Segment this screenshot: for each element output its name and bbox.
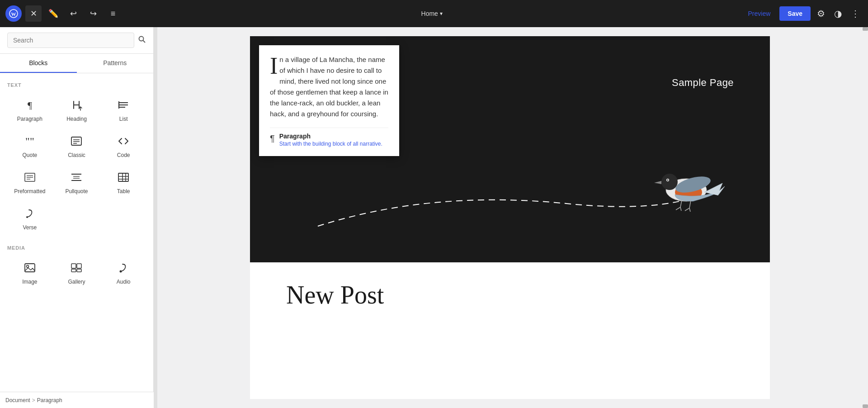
search-button[interactable]	[138, 35, 146, 46]
menu-icon: ≡	[111, 9, 116, 19]
wordpress-logo: W	[5, 5, 22, 22]
block-label-list: List	[119, 116, 128, 122]
block-item-paragraph[interactable]: ¶ Paragraph	[7, 93, 52, 128]
below-hero[interactable]: New Post	[250, 262, 770, 327]
sidebar: Blocks Patterns TEXT ¶ Paragraph	[0, 27, 154, 408]
canvas: Sample Page I n a village of La Mancha, …	[250, 36, 770, 399]
block-item-pullquote[interactable]: Pullquote	[54, 166, 99, 200]
sample-page-text: Sample Page	[672, 77, 734, 89]
block-label-paragraph: Paragraph	[17, 116, 42, 122]
svg-point-42	[667, 180, 669, 181]
content-text: I n a village of La Mancha, the name of …	[270, 54, 388, 119]
close-button[interactable]: ✕	[25, 5, 42, 22]
nav-home-button[interactable]: Home ▾	[416, 7, 448, 20]
tooltip-desc: Start with the building block of all nar…	[279, 141, 382, 147]
block-item-code[interactable]: Code	[101, 129, 146, 164]
search-bar	[0, 27, 153, 54]
svg-line-43	[680, 200, 682, 207]
svg-rect-32	[71, 264, 76, 268]
block-label-table: Table	[117, 188, 130, 195]
svg-text:W: W	[11, 11, 16, 17]
canvas-scrolltrack[interactable]	[863, 27, 868, 408]
menu-button[interactable]: ≡	[105, 5, 121, 22]
svg-line-44	[676, 207, 680, 210]
block-label-quote: Quote	[22, 152, 37, 158]
save-button[interactable]: Save	[779, 6, 811, 21]
undo-button[interactable]: ↩	[65, 5, 81, 22]
media-section-label: MEDIA	[7, 245, 146, 251]
text-section-label: TEXT	[7, 82, 146, 88]
tooltip-content: Paragraph Start with the building block …	[279, 133, 382, 147]
block-label-audio: Audio	[117, 279, 131, 285]
topbar: W ✕ ✏️ ↩ ↪ ≡ Home ▾ Preview Save ⚙ ◑	[0, 0, 868, 27]
nav-chevron-icon: ▾	[440, 10, 443, 17]
svg-rect-33	[77, 264, 81, 268]
more-options-button[interactable]: ⋮	[848, 5, 863, 22]
block-item-verse[interactable]: Verse	[7, 202, 52, 236]
block-item-image[interactable]: Image	[7, 256, 52, 290]
breadcrumb-paragraph[interactable]: Paragraph	[37, 397, 62, 403]
paragraph-icon: ¶	[24, 99, 36, 113]
canvas-wrapper[interactable]: Sample Page I n a village of La Mancha, …	[157, 27, 863, 408]
gear-icon: ⚙	[817, 8, 825, 19]
bird-image	[648, 158, 725, 217]
search-icon	[138, 35, 146, 46]
svg-text:": "	[30, 135, 34, 147]
tab-patterns[interactable]: Patterns	[77, 54, 154, 73]
block-item-heading[interactable]: Heading	[54, 93, 99, 128]
block-item-audio[interactable]: Audio	[101, 256, 146, 290]
tooltip-title: Paragraph	[279, 133, 382, 140]
svg-rect-34	[71, 269, 76, 272]
block-label-classic: Classic	[68, 152, 85, 158]
image-icon	[24, 261, 36, 276]
quote-icon: " "	[24, 135, 36, 149]
tools-button[interactable]: ✏️	[45, 5, 61, 22]
breadcrumb: Document > Paragraph	[0, 392, 154, 408]
resize-handle[interactable]	[154, 27, 157, 408]
svg-line-46	[689, 200, 691, 208]
block-item-list[interactable]: List	[101, 93, 146, 128]
content-body: n a village of La Mancha, the name of wh…	[270, 56, 388, 118]
svg-point-36	[120, 270, 122, 273]
paragraph-tooltip-icon: ¶	[270, 133, 275, 144]
svg-text:¶: ¶	[28, 100, 32, 111]
verse-icon	[24, 207, 36, 222]
breadcrumb-separator: >	[32, 397, 35, 403]
block-item-table[interactable]: Table	[101, 166, 146, 200]
tab-blocks[interactable]: Blocks	[0, 54, 77, 73]
settings-button[interactable]: ⚙	[814, 5, 828, 22]
paragraph-tooltip: ¶ Paragraph Start with the building bloc…	[270, 128, 388, 149]
svg-rect-35	[77, 269, 81, 272]
pullquote-icon	[70, 171, 83, 185]
svg-point-38	[661, 174, 678, 190]
redo-button[interactable]: ↪	[85, 5, 101, 22]
classic-icon	[70, 135, 83, 149]
heading-icon	[70, 99, 83, 113]
block-label-image: Image	[22, 279, 37, 285]
block-item-classic[interactable]: Classic	[54, 129, 99, 164]
dropcap: I	[270, 56, 278, 76]
sidebar-content: TEXT ¶ Paragraph	[0, 73, 153, 408]
more-icon: ⋮	[851, 8, 860, 19]
contrast-button[interactable]: ◑	[831, 5, 844, 22]
topbar-center: Home ▾	[121, 7, 743, 20]
topbar-right-actions: Preview Save ⚙ ◑ ⋮	[743, 5, 863, 22]
svg-line-47	[685, 208, 689, 211]
block-item-gallery[interactable]: Gallery	[54, 256, 99, 290]
undo-icon: ↩	[70, 9, 77, 19]
table-icon	[117, 171, 130, 185]
block-item-preformatted[interactable]: Preformatted	[7, 166, 52, 200]
main-area: Sample Page I n a village of La Mancha, …	[154, 27, 868, 408]
canvas-scrollthumb-bottom	[863, 404, 868, 408]
svg-point-2	[139, 36, 144, 41]
search-input[interactable]	[7, 33, 134, 48]
content-popup[interactable]: I n a village of La Mancha, the name of …	[259, 45, 399, 156]
preview-button[interactable]: Preview	[743, 7, 776, 20]
post-title[interactable]: New Post	[286, 280, 734, 309]
breadcrumb-document[interactable]: Document	[5, 397, 30, 403]
svg-point-29	[26, 216, 28, 218]
block-label-pullquote: Pullquote	[65, 188, 88, 195]
block-item-quote[interactable]: " " Quote	[7, 129, 52, 164]
hero-section[interactable]: Sample Page I n a village of La Mancha, …	[250, 36, 770, 262]
svg-line-45	[680, 207, 681, 211]
